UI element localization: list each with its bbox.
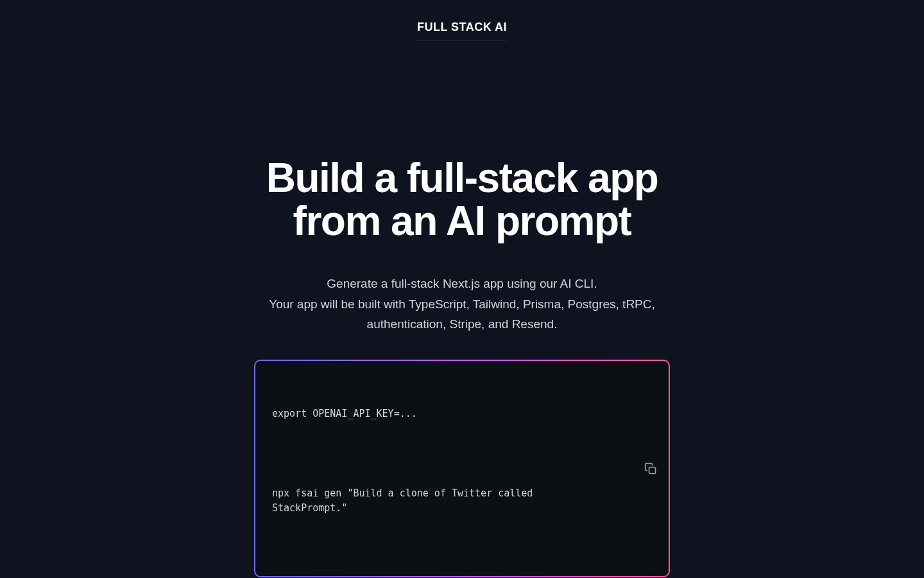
code-line-2: npx fsai gen "Build a clone of Twitter c… bbox=[272, 486, 606, 516]
hero-subtitle-line1: Generate a full-stack Next.js app using … bbox=[327, 277, 597, 290]
svg-rect-0 bbox=[649, 467, 656, 473]
site-logo[interactable]: FULL STACK AI bbox=[417, 21, 507, 41]
site-header: FULL STACK AI bbox=[0, 0, 924, 48]
code-block: export OPENAI_API_KEY=... npx fsai gen "… bbox=[255, 361, 669, 576]
hero-title-line1: Build a full-stack app bbox=[266, 155, 658, 201]
copy-button[interactable] bbox=[644, 462, 657, 475]
hero-subtitle-line2: Your app will be built with TypeScript, … bbox=[269, 297, 655, 331]
hero-subtitle: Generate a full-stack Next.js app using … bbox=[257, 274, 667, 334]
hero-title-line2: from an AI prompt bbox=[293, 198, 631, 244]
copy-icon bbox=[644, 462, 657, 475]
hero-title: Build a full-stack app from an AI prompt bbox=[141, 157, 783, 243]
hero-section: Build a full-stack app from an AI prompt… bbox=[141, 48, 783, 578]
code-block-border: export OPENAI_API_KEY=... npx fsai gen "… bbox=[254, 360, 670, 577]
code-line-1: export OPENAI_API_KEY=... bbox=[272, 407, 606, 421]
